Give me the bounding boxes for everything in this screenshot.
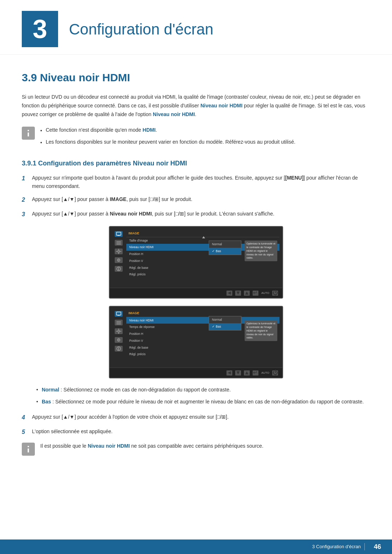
svg-point-20 <box>118 331 119 332</box>
menu-item-regl-base: Régl. de base <box>126 264 279 271</box>
svg-rect-18 <box>117 323 121 323</box>
info-icon-2 <box>115 346 123 352</box>
enter-btn-2[interactable]: ↵ <box>253 370 258 376</box>
svg-rect-6 <box>118 249 119 250</box>
left-btn-2[interactable]: ◄ <box>226 370 232 376</box>
down-btn[interactable]: ▼ <box>235 291 241 296</box>
menu-icon-1 <box>115 240 123 246</box>
svg-rect-1 <box>118 235 119 236</box>
power-btn[interactable]: ⏻ <box>272 291 278 296</box>
svg-rect-0 <box>117 232 121 235</box>
bottom-bar-2: ◄ ▼ ▲ ↵ AUTO ⏻ <box>110 368 282 378</box>
monitor-icon-2 <box>115 311 123 317</box>
step-3: 3 Appuyez sur [▲/▼] pour passer à Niveau… <box>22 210 370 219</box>
final-note-content: Il est possible que le Niveau noir HDMI … <box>40 442 370 453</box>
steps-container: 1 Appuyez sur n'importe quel bouton à l'… <box>22 174 370 219</box>
svg-rect-16 <box>118 315 119 316</box>
svg-rect-22 <box>118 333 119 334</box>
submenu-normal-2[interactable]: Normal <box>209 316 241 323</box>
submenu-panel-1: Normal ✓ Bas <box>209 241 241 255</box>
enter-btn[interactable]: ↵ <box>253 291 258 296</box>
submenu-bas-2[interactable]: ✓ Bas <box>209 323 241 330</box>
main-content: 3.9 Niveau noir HDMI Si un lecteur DVD o… <box>0 58 392 487</box>
down-btn-2[interactable]: ▼ <box>235 370 241 376</box>
svg-rect-29 <box>118 348 119 348</box>
step-5: 5 L'option sélectionnée est appliquée. <box>22 427 370 437</box>
svg-rect-2 <box>117 242 121 242</box>
arrow-up-1 <box>202 236 205 238</box>
svg-rect-19 <box>117 324 121 324</box>
step-4: 4 Appuyez sur [▲/▼] pour accéder à l'opt… <box>22 413 370 422</box>
menu-area-1: IMAGE Taille d'image Niveau noir HDMI Po… <box>126 230 279 285</box>
section-title: 3.9 Niveau noir HDMI <box>22 69 370 86</box>
note-item-2: • Les fonctions disponibles sur le monit… <box>40 138 370 147</box>
settings-icon-2 <box>115 328 123 334</box>
gear-icon-2 <box>115 337 123 343</box>
svg-rect-3 <box>117 243 121 243</box>
step-1: 1 Appuyez sur n'importe quel bouton à l'… <box>22 174 370 190</box>
final-note-item: Il est possible que le Niveau noir HDMI … <box>40 442 370 450</box>
options-list: • Normal : Sélectionnez ce mode en cas d… <box>36 386 370 406</box>
note-item-1: • Cette fonction n'est disponible qu'en … <box>40 126 370 135</box>
svg-rect-13 <box>118 268 119 270</box>
option-bas: • Bas : Sélectionnez ce mode pour réduir… <box>36 398 370 406</box>
page-header: 3 Configuration d'écran <box>0 0 392 55</box>
subsection-title: 3.9.1 Configuration des paramètres Nivea… <box>22 159 370 168</box>
step-2: 2 Appuyez sur [▲/▼] pour passer à IMAGE,… <box>22 195 370 205</box>
auto-text: AUTO <box>261 291 269 295</box>
svg-point-5 <box>118 251 119 253</box>
footer-divider <box>364 543 365 550</box>
sidebar-icons-1 <box>113 230 125 285</box>
svg-rect-4 <box>117 244 121 245</box>
svg-rect-21 <box>118 329 119 330</box>
svg-rect-28 <box>118 348 119 350</box>
monitor-body-1: IMAGE Taille d'image Niveau noir HDMI Po… <box>110 227 282 288</box>
menu-item-regl-precis: Régl. précis <box>126 271 279 278</box>
screenshots-container: IMAGE Taille d'image Niveau noir HDMI Po… <box>22 226 370 378</box>
monitor-body-2: IMAGE Niveau noir HDMI Temps de réponse … <box>110 307 282 368</box>
monitor-icon <box>115 231 123 237</box>
final-note-box: Il est possible que le Niveau noir HDMI … <box>22 442 370 456</box>
footer-page-number: 46 <box>374 542 381 552</box>
tooltip-2: Optimisez la luminosité et le contraste … <box>245 320 277 341</box>
menu-header-2: IMAGE <box>126 309 279 317</box>
svg-rect-7 <box>118 253 119 254</box>
svg-rect-15 <box>117 312 121 315</box>
submenu-bas-1[interactable]: ✓ Bas <box>209 248 241 255</box>
svg-point-26 <box>118 340 119 341</box>
settings-icon-1 <box>115 249 123 254</box>
note-content: • Cette fonction n'est disponible qu'en … <box>40 126 370 149</box>
svg-rect-23 <box>116 331 117 332</box>
menu-icon-2 <box>115 320 123 325</box>
svg-point-11 <box>118 260 119 261</box>
submenu-normal-1[interactable]: Normal <box>209 241 241 248</box>
note-icon <box>22 127 35 140</box>
power-btn-2[interactable]: ⏻ <box>272 370 278 376</box>
info-icon-1 <box>115 266 123 272</box>
svg-rect-14 <box>118 268 119 268</box>
intro-paragraph: Si un lecteur DVD ou un décodeur est con… <box>22 93 370 119</box>
up-btn-2[interactable]: ▲ <box>244 370 250 376</box>
left-btn[interactable]: ◄ <box>226 291 232 296</box>
menu-area-2: IMAGE Niveau noir HDMI Temps de réponse … <box>126 309 279 365</box>
tooltip-1: Optimisez la luminosité et le contraste … <box>245 241 277 261</box>
footer-chapter-label: 3 Configuration d'écran <box>312 543 361 550</box>
screenshot-2: IMAGE Niveau noir HDMI Temps de réponse … <box>109 306 283 378</box>
auto-text-2: AUTO <box>261 371 269 375</box>
chapter-title: Configuration d'écran <box>69 18 213 41</box>
note-box: • Cette fonction n'est disponible qu'en … <box>22 126 370 149</box>
menu-item-regl-precis-2: Régl. précis <box>126 351 279 358</box>
final-note-icon <box>22 443 35 456</box>
up-btn[interactable]: ▲ <box>244 291 250 296</box>
submenu-panel-2: Normal ✓ Bas <box>209 316 241 331</box>
bottom-bar-1: ◄ ▼ ▲ ↵ AUTO ⏻ <box>110 288 282 298</box>
option-normal: • Normal : Sélectionnez ce mode en cas d… <box>36 386 370 394</box>
svg-rect-24 <box>120 331 121 332</box>
svg-rect-17 <box>117 321 121 322</box>
page-footer: 3 Configuration d'écran 46 <box>0 539 392 554</box>
screenshot-1: IMAGE Taille d'image Niveau noir HDMI Po… <box>109 226 283 299</box>
sidebar-icons-2 <box>113 309 125 365</box>
svg-rect-9 <box>120 251 121 252</box>
svg-rect-8 <box>116 251 117 252</box>
gear-icon-1 <box>115 257 123 263</box>
